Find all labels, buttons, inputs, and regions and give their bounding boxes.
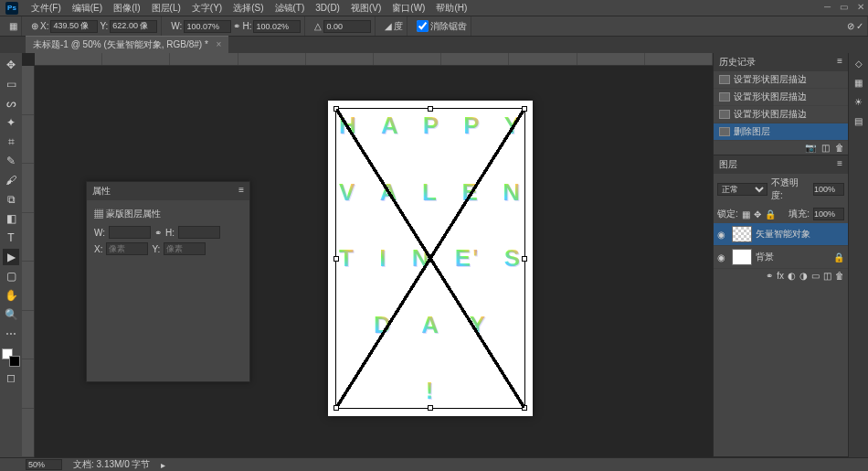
x-field[interactable] xyxy=(50,20,98,33)
new-doc-icon[interactable]: ◫ xyxy=(821,143,830,153)
menu-edit[interactable]: 编辑(E) xyxy=(67,2,108,15)
adjustment-icon[interactable]: ◑ xyxy=(799,271,808,281)
color-swatches[interactable] xyxy=(2,348,20,367)
y-field[interactable] xyxy=(110,20,157,33)
marquee-tool[interactable]: ▭ xyxy=(3,76,19,92)
zoom-field[interactable] xyxy=(26,459,62,470)
transform-bbox[interactable] xyxy=(335,108,525,409)
h-field[interactable] xyxy=(253,20,301,33)
history-item[interactable]: 设置形状图层描边 xyxy=(714,89,848,106)
tool-preset-icon[interactable]: ▦ xyxy=(9,21,17,31)
prop-w-field[interactable] xyxy=(109,226,151,239)
history-tab[interactable]: 历史记录 xyxy=(719,56,756,69)
properties-panel[interactable]: 属性≡ ▦ 蒙版图层属性 W:⚭H: X:Y: xyxy=(86,181,250,382)
panel-menu-icon[interactable]: ≡ xyxy=(837,56,842,69)
document-tab[interactable]: 未标题-1 @ 50% (矢量智能对象, RGB/8#) * × xyxy=(26,36,228,53)
trash-icon[interactable]: 🗑 xyxy=(835,271,844,281)
w-field[interactable] xyxy=(184,20,231,33)
opacity-field[interactable] xyxy=(813,183,844,196)
artboard[interactable]: HAPPY VALEN TINE'S DAY ! xyxy=(328,101,533,416)
swatches-panel-icon[interactable]: ▦ xyxy=(854,78,863,88)
zoom-tool[interactable]: 🔍 xyxy=(3,306,19,323)
antialias-check[interactable] xyxy=(417,20,429,32)
lock-position-icon[interactable]: ✥ xyxy=(754,209,761,219)
path-select-tool[interactable]: ▶ xyxy=(3,249,19,265)
menu-window[interactable]: 窗口(W) xyxy=(386,2,430,15)
color-panel-icon[interactable]: ◇ xyxy=(855,59,863,69)
handle-ml[interactable] xyxy=(333,256,339,262)
fill-field[interactable] xyxy=(813,208,844,220)
ruler-horizontal[interactable] xyxy=(35,53,713,66)
handle-tm[interactable] xyxy=(428,106,433,112)
adjust-panel-icon[interactable]: ☀ xyxy=(854,97,863,107)
handle-bm[interactable] xyxy=(428,405,433,411)
stamp-tool[interactable]: ⧉ xyxy=(3,191,19,208)
blend-mode-select[interactable]: 正常 xyxy=(717,183,767,196)
menu-filter[interactable]: 滤镜(T) xyxy=(270,2,311,15)
visibility-icon[interactable]: ◉ xyxy=(717,252,728,262)
hand-tool[interactable]: ✋ xyxy=(3,287,19,304)
menu-3d[interactable]: 3D(D) xyxy=(310,3,345,13)
snapshot-icon[interactable]: 📷 xyxy=(805,143,816,153)
tab-close-icon[interactable]: × xyxy=(216,39,221,49)
quickmask-icon[interactable]: ◻ xyxy=(3,369,19,386)
lock-pixels-icon[interactable]: ▦ xyxy=(742,209,750,219)
layer-name[interactable]: 矢量智能对象 xyxy=(756,228,810,241)
menu-file[interactable]: 文件(F) xyxy=(26,2,67,15)
lock-all-icon[interactable]: 🔒 xyxy=(765,209,776,219)
handle-tr[interactable] xyxy=(522,106,527,112)
menu-select[interactable]: 选择(S) xyxy=(228,2,269,15)
history-item[interactable]: 设置形状图层描边 xyxy=(714,106,848,123)
handle-tl[interactable] xyxy=(333,106,339,112)
layer-row[interactable]: ◉ 背景 🔒 xyxy=(714,246,848,269)
chevron-right-icon[interactable]: ▸ xyxy=(161,460,165,470)
group-icon[interactable]: ▭ xyxy=(811,271,820,281)
commit-icon[interactable]: ✓ xyxy=(856,21,863,31)
prop-y-field[interactable] xyxy=(164,242,206,255)
menu-layer[interactable]: 图层(L) xyxy=(146,2,186,15)
layers-tab[interactable]: 图层 xyxy=(719,158,737,171)
cancel-icon[interactable]: ⊘ xyxy=(847,21,854,31)
type-tool[interactable]: T xyxy=(3,230,19,246)
handle-mr[interactable] xyxy=(522,256,527,262)
history-item[interactable]: 删除图层 xyxy=(714,123,848,141)
brush-tool[interactable]: 🖌 xyxy=(3,172,19,188)
move-tool[interactable]: ✥ xyxy=(3,57,19,73)
panel-menu-icon[interactable]: ≡ xyxy=(238,185,244,198)
menu-image[interactable]: 图像(I) xyxy=(108,2,145,15)
menu-view[interactable]: 视图(V) xyxy=(345,2,386,15)
link-layers-icon[interactable]: ⚭ xyxy=(766,271,773,281)
fx-icon[interactable]: fx xyxy=(777,271,784,281)
close-icon[interactable]: ✕ xyxy=(857,2,864,12)
prop-h-field[interactable] xyxy=(178,226,220,239)
angle-field[interactable] xyxy=(323,20,371,33)
handle-br[interactable] xyxy=(522,405,527,411)
lasso-tool[interactable]: ᔕ xyxy=(3,95,19,112)
history-item[interactable]: 设置形状图层描边 xyxy=(714,71,848,89)
canvas-area[interactable]: HAPPY VALEN TINE'S DAY ! 属性≡ ▦ 蒙版图层属性 xyxy=(22,53,713,457)
mask-icon[interactable]: ◐ xyxy=(788,271,796,281)
menu-help[interactable]: 帮助(H) xyxy=(430,2,472,15)
trash-icon[interactable]: 🗑 xyxy=(835,143,844,153)
restore-icon[interactable]: ▭ xyxy=(840,2,848,12)
new-layer-icon[interactable]: ◫ xyxy=(823,271,831,281)
gradient-tool[interactable]: ◧ xyxy=(3,210,19,227)
panel-menu-icon[interactable]: ≡ xyxy=(837,158,842,171)
layer-name[interactable]: 背景 xyxy=(756,251,774,263)
link-icon[interactable]: ⚭ xyxy=(233,21,240,31)
edit-toolbar[interactable]: ⋯ xyxy=(3,326,19,342)
handle-bl[interactable] xyxy=(333,405,339,411)
crop-tool[interactable]: ⌗ xyxy=(3,134,19,150)
layer-row[interactable]: ◉ 矢量智能对象 xyxy=(714,223,848,246)
visibility-icon[interactable]: ◉ xyxy=(717,230,728,240)
styles-panel-icon[interactable]: ▤ xyxy=(854,116,863,126)
menu-type[interactable]: 文字(Y) xyxy=(186,2,228,15)
ruler-vertical[interactable] xyxy=(22,66,35,457)
wand-tool[interactable]: ✦ xyxy=(3,114,19,131)
eyedropper-tool[interactable]: ✎ xyxy=(3,153,19,169)
prop-x-field[interactable] xyxy=(106,242,148,255)
minimize-icon[interactable]: ─ xyxy=(824,2,831,12)
doc-info[interactable]: 文档: 3.13M/0 字节 xyxy=(73,458,150,471)
link-wh-icon[interactable]: ⚭ xyxy=(154,228,162,238)
shape-tool[interactable]: ▢ xyxy=(3,268,19,284)
